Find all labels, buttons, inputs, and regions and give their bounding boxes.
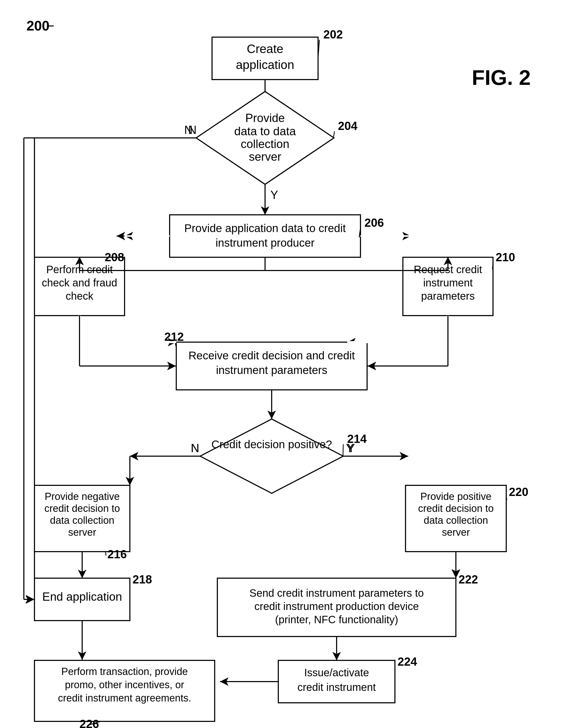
svg-text:Issue/activate: Issue/activate <box>304 667 369 678</box>
svg-text:Provide positive: Provide positive <box>420 491 491 502</box>
svg-text:218: 218 <box>133 573 152 586</box>
svg-rect-20 <box>170 215 360 257</box>
svg-text:202: 202 <box>323 28 343 41</box>
svg-marker-48 <box>200 419 343 493</box>
svg-text:data to data: data to data <box>234 125 296 138</box>
svg-text:208: 208 <box>105 251 124 264</box>
svg-text:224: 224 <box>397 655 417 668</box>
svg-text:Y: Y <box>346 442 353 455</box>
svg-text:Provide: Provide <box>245 111 284 124</box>
svg-text:server: server <box>68 527 96 538</box>
svg-text:N: N <box>184 123 193 136</box>
svg-text:(printer, NFC functionality): (printer, NFC functionality) <box>275 614 398 625</box>
svg-line-62 <box>106 552 106 556</box>
svg-text:200: 200 <box>27 18 50 33</box>
svg-text:Provide negative: Provide negative <box>45 491 120 502</box>
diagram-container: 200 ⌐ FIG. 2 Create application 202 Prov… <box>0 0 568 728</box>
svg-text:216: 216 <box>107 548 127 561</box>
svg-text:N: N <box>191 442 199 455</box>
svg-text:credit instrument agreements.: credit instrument agreements. <box>58 692 191 704</box>
svg-text:check and fraud: check and fraud <box>42 277 117 289</box>
svg-text:220: 220 <box>509 485 528 498</box>
svg-text:Send credit instrument paramet: Send credit instrument parameters to <box>250 587 424 599</box>
svg-text:Provide application data to cr: Provide application data to credit <box>184 222 346 234</box>
svg-text:promo, other incentives, or: promo, other incentives, or <box>65 679 184 690</box>
svg-text:Create: Create <box>247 42 284 56</box>
svg-text:credit decision to: credit decision to <box>44 503 120 514</box>
svg-text:collection: collection <box>241 137 289 150</box>
svg-text:222: 222 <box>458 573 478 586</box>
svg-text:credit instrument production d: credit instrument production device <box>255 600 419 612</box>
svg-text:credit instrument: credit instrument <box>297 681 376 693</box>
svg-text:Y: Y <box>271 188 278 201</box>
svg-text:⌐: ⌐ <box>46 18 54 33</box>
svg-text:server: server <box>249 150 281 163</box>
flowchart-svg: 200 ⌐ FIG. 2 Create application 202 Prov… <box>0 0 568 728</box>
svg-text:server: server <box>442 527 470 538</box>
svg-line-15 <box>333 131 334 138</box>
svg-text:credit decision to: credit decision to <box>418 503 493 514</box>
svg-text:instrument producer: instrument producer <box>216 237 314 249</box>
svg-line-39 <box>492 263 493 269</box>
svg-text:data collection: data collection <box>50 515 115 526</box>
svg-text:Credit decision positive?: Credit decision positive? <box>211 438 332 451</box>
svg-text:FIG. 2: FIG. 2 <box>472 66 531 89</box>
svg-text:parameters: parameters <box>421 290 475 302</box>
svg-text:Receive credit decision and cr: Receive credit decision and credit <box>189 349 355 362</box>
svg-text:data collection: data collection <box>424 515 488 526</box>
svg-text:210: 210 <box>496 251 515 264</box>
svg-text:206: 206 <box>364 216 384 229</box>
svg-text:204: 204 <box>338 119 357 132</box>
svg-text:instrument: instrument <box>423 277 473 289</box>
svg-text:check: check <box>66 290 94 302</box>
svg-text:application: application <box>236 58 294 72</box>
svg-text:End application: End application <box>42 590 122 603</box>
svg-text:instrument parameters: instrument parameters <box>216 364 327 376</box>
svg-text:Perform transaction, provide: Perform transaction, provide <box>61 666 188 677</box>
